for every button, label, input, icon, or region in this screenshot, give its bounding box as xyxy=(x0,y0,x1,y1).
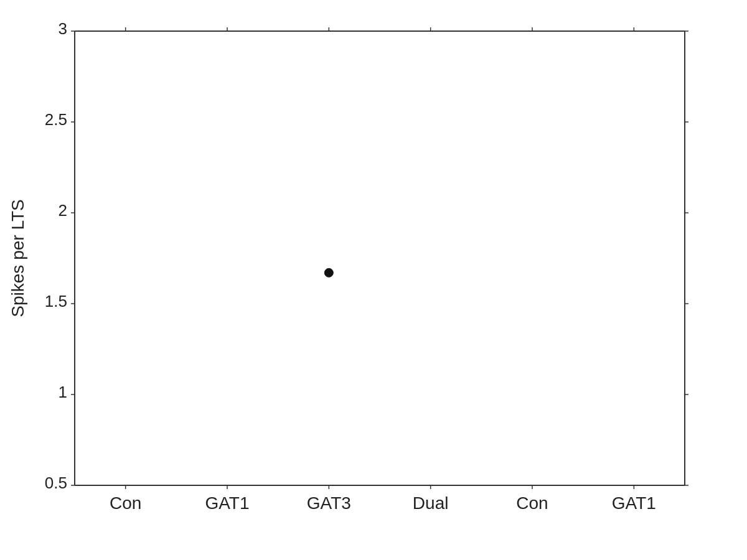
svg-text:GAT1: GAT1 xyxy=(205,493,249,513)
svg-text:2: 2 xyxy=(59,201,67,220)
svg-text:0.5: 0.5 xyxy=(45,474,67,492)
svg-text:3: 3 xyxy=(59,19,67,38)
svg-text:Spikes per LTS: Spikes per LTS xyxy=(8,199,27,317)
svg-point-43 xyxy=(324,268,333,277)
svg-text:1: 1 xyxy=(59,383,67,401)
svg-text:1.5: 1.5 xyxy=(45,292,67,310)
svg-text:GAT1: GAT1 xyxy=(612,493,656,513)
svg-text:Con: Con xyxy=(516,493,548,513)
svg-text:GAT3: GAT3 xyxy=(307,493,351,513)
svg-text:2.5: 2.5 xyxy=(45,110,67,129)
svg-text:Dual: Dual xyxy=(413,493,449,513)
svg-rect-1 xyxy=(75,31,685,485)
chart-svg: 0.511.522.53ConGAT1GAT3DualConGAT1Spikes… xyxy=(0,0,747,560)
svg-text:Con: Con xyxy=(110,493,141,513)
chart-container: 0.511.522.53ConGAT1GAT3DualConGAT1Spikes… xyxy=(0,0,747,560)
